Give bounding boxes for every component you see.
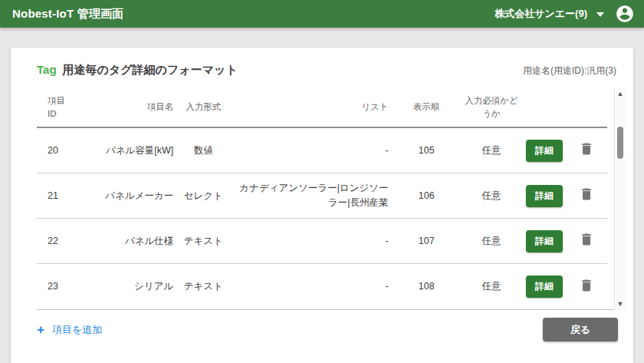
- col-header-name: 項目名: [78, 97, 179, 117]
- table-row: 22 パネル仕様 テキスト - 107 任意 詳細: [37, 219, 607, 264]
- card-footer: + 項目を追加 戻る: [37, 310, 626, 342]
- trash-icon: [579, 186, 594, 202]
- page-title: 用途毎のタグ詳細のフォーマット: [63, 63, 238, 78]
- scroll-up-icon[interactable]: ▲: [617, 91, 624, 97]
- cell-id: 20: [37, 140, 78, 161]
- company-dropdown[interactable]: 株式会社サンエー(9): [495, 7, 604, 21]
- trash-icon: [579, 278, 594, 293]
- app-title: Nobest-IoT 管理画面: [12, 7, 124, 21]
- delete-button[interactable]: [577, 140, 596, 158]
- table-row: 21 パネルメーカー セレクト カナディアンソーラー|ロンジソーラー|長州産業 …: [37, 173, 607, 219]
- appbar-right: 株式会社サンエー(9): [495, 4, 635, 24]
- col-header-input: 入力形式: [178, 97, 228, 117]
- table-row: 20 パネル容量[kW] 数値 - 105 任意 詳細: [37, 128, 607, 173]
- cell-input: 数値: [178, 140, 228, 161]
- cell-id: 21: [37, 186, 78, 206]
- table-row: 23 シリアル テキスト - 108 任意 詳細: [37, 264, 607, 309]
- cell-list: -: [228, 276, 393, 297]
- cell-name: パネル仕様: [78, 231, 179, 252]
- back-button[interactable]: 戻る: [543, 318, 618, 342]
- plus-icon: +: [37, 323, 44, 336]
- cell-id: 22: [37, 231, 78, 252]
- table-scrollbar[interactable]: ▲ ▼: [614, 88, 626, 310]
- cell-name: パネル容量[kW]: [78, 140, 179, 161]
- cell-required: 任意: [460, 140, 523, 161]
- add-item-label: 項目を追加: [52, 323, 102, 337]
- cell-list: カナディアンソーラー|ロンジソーラー|長州産業: [228, 178, 393, 213]
- col-header-id: 項目ID: [37, 91, 78, 124]
- cell-required: 任意: [460, 186, 523, 206]
- col-header-order: 表示順: [393, 97, 460, 117]
- detail-button[interactable]: 詳細: [526, 276, 563, 298]
- app-header: Nobest-IoT 管理画面 株式会社サンエー(9): [0, 0, 644, 28]
- trash-icon: [579, 232, 594, 247]
- detail-button[interactable]: 詳細: [526, 185, 563, 207]
- cell-list: -: [228, 231, 393, 252]
- cell-order: 105: [393, 140, 460, 161]
- cell-required: 任意: [460, 276, 523, 297]
- cell-required: 任意: [460, 231, 523, 252]
- tag-table: 項目ID 項目名 入力形式 リスト 表示順 入力必須かどうか 20 パネル容量[…: [37, 88, 619, 310]
- delete-button[interactable]: [577, 185, 596, 203]
- col-header-list: リスト: [228, 97, 393, 117]
- detail-button[interactable]: 詳細: [526, 230, 563, 252]
- cell-order: 107: [393, 231, 460, 252]
- scrollbar-thumb[interactable]: [617, 127, 623, 159]
- detail-button[interactable]: 詳細: [526, 140, 563, 162]
- delete-button[interactable]: [577, 276, 596, 295]
- cell-input: セレクト: [178, 186, 228, 206]
- cell-id: 23: [37, 276, 78, 297]
- cell-name: シリアル: [78, 276, 179, 297]
- table-header-row: 項目ID 項目名 入力形式 リスト 表示順 入力必須かどうか: [37, 88, 607, 128]
- cell-list: -: [228, 140, 393, 161]
- col-header-required: 入力必須かどうか: [460, 91, 523, 124]
- cell-order: 108: [393, 276, 460, 297]
- content-card: Tag 用途毎のタグ詳細のフォーマット 用途名(用途ID):汎用(3) 項目ID…: [11, 48, 633, 363]
- cell-input: テキスト: [178, 276, 228, 297]
- account-circle-icon[interactable]: [615, 4, 635, 24]
- scroll-down-icon[interactable]: ▼: [617, 301, 624, 308]
- cell-name: パネルメーカー: [78, 186, 179, 206]
- chevron-down-icon: [596, 12, 604, 17]
- delete-button[interactable]: [577, 230, 596, 249]
- cell-input: テキスト: [178, 231, 228, 252]
- cell-order: 106: [393, 186, 460, 206]
- tag-label: Tag: [37, 63, 57, 76]
- company-name: 株式会社サンエー(9): [495, 7, 587, 21]
- card-head: Tag 用途毎のタグ詳細のフォーマット 用途名(用途ID):汎用(3): [37, 63, 626, 78]
- trash-icon: [579, 141, 594, 157]
- add-item-button[interactable]: + 項目を追加: [37, 323, 102, 337]
- usage-info: 用途名(用途ID):汎用(3): [523, 64, 616, 78]
- table-scroll-area: 項目ID 項目名 入力形式 リスト 表示順 入力必須かどうか 20 パネル容量[…: [37, 88, 607, 309]
